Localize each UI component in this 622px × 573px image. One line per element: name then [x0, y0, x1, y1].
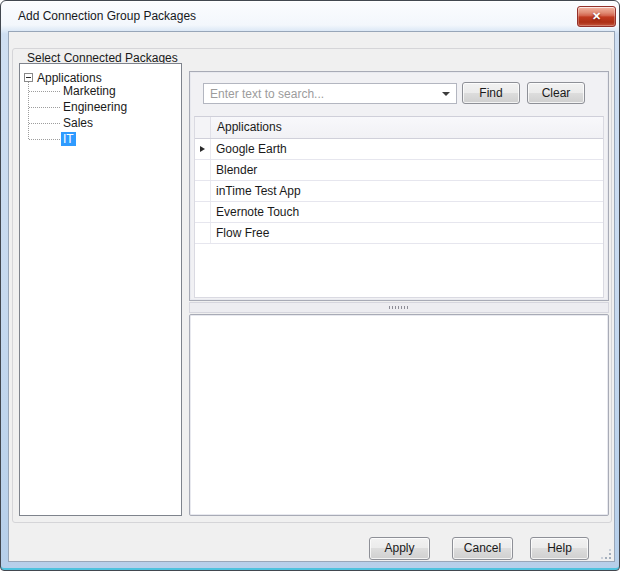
- resize-grip[interactable]: [601, 549, 613, 561]
- current-row-arrow-icon: [200, 146, 205, 152]
- tree-connector-line: [28, 79, 29, 139]
- row-indicator-cell: [195, 202, 211, 222]
- apply-button[interactable]: Apply: [369, 537, 430, 560]
- grid-header-row: Applications: [195, 117, 603, 139]
- find-button[interactable]: Find: [462, 82, 520, 104]
- cancel-button[interactable]: Cancel: [452, 537, 513, 560]
- search-input[interactable]: [204, 84, 436, 103]
- title-bar[interactable]: Add Connection Group Packages ✕: [1, 1, 619, 31]
- packages-grid: Applications Google Earth Blender inTime…: [194, 116, 604, 298]
- tree-item-label: Marketing: [61, 84, 118, 98]
- tree-item-applications[interactable]: Applications: [20, 67, 181, 83]
- row-indicator-cell: [195, 223, 211, 243]
- app-name-cell: inTime Test App: [211, 181, 603, 201]
- window-title: Add Connection Group Packages: [18, 9, 196, 23]
- search-dropdown-button[interactable]: [436, 84, 456, 103]
- tree-connector-stub: [29, 139, 60, 140]
- tree-item-label-selected: IT: [61, 132, 76, 146]
- row-indicator-cell: [195, 160, 211, 180]
- table-row[interactable]: Google Earth: [195, 139, 603, 160]
- dialog-window: Add Connection Group Packages ✕ Select C…: [0, 0, 620, 571]
- close-button[interactable]: ✕: [577, 6, 616, 27]
- details-panel: [189, 314, 609, 516]
- department-tree[interactable]: Applications Marketing Engineering Sales…: [19, 63, 182, 516]
- tree-item-marketing[interactable]: Marketing: [61, 83, 118, 99]
- search-combobox[interactable]: [203, 83, 457, 104]
- row-indicator-cell: [195, 181, 211, 201]
- tree-connector-stub: [29, 107, 60, 108]
- chevron-down-icon: [442, 92, 450, 96]
- tree-item-label: Engineering: [61, 100, 129, 114]
- app-name-cell: Evernote Touch: [211, 202, 603, 222]
- tree-connector-stub: [29, 91, 60, 92]
- collapse-icon[interactable]: [24, 73, 33, 82]
- row-indicator-header-cell: [195, 117, 211, 138]
- table-row[interactable]: inTime Test App: [195, 181, 603, 202]
- app-name-cell: Blender: [211, 160, 603, 180]
- close-icon: ✕: [592, 10, 601, 22]
- column-header-applications[interactable]: Applications: [211, 117, 603, 138]
- help-button[interactable]: Help: [530, 537, 589, 560]
- tree-item-engineering[interactable]: Engineering: [61, 99, 129, 115]
- clear-button[interactable]: Clear: [527, 82, 585, 104]
- table-row[interactable]: Evernote Touch: [195, 202, 603, 223]
- packages-panel: Find Clear Applications Google Earth Ble…: [189, 71, 609, 301]
- table-row[interactable]: Flow Free: [195, 223, 603, 244]
- app-name-cell: Google Earth: [211, 139, 603, 159]
- resize-grip-icon: [601, 549, 603, 551]
- tree-item-sales[interactable]: Sales: [61, 115, 95, 131]
- tree-item-it[interactable]: IT: [61, 131, 76, 147]
- app-name-cell: Flow Free: [211, 223, 603, 243]
- splitter-grip-icon: [389, 306, 410, 309]
- table-row[interactable]: Blender: [195, 160, 603, 181]
- tree-connector-stub: [29, 123, 60, 124]
- horizontal-splitter[interactable]: [189, 302, 609, 313]
- dialog-client-area: Select Connected Packages Applications M…: [8, 31, 615, 562]
- tree-item-label: Sales: [61, 116, 95, 130]
- row-indicator-cell: [195, 139, 211, 159]
